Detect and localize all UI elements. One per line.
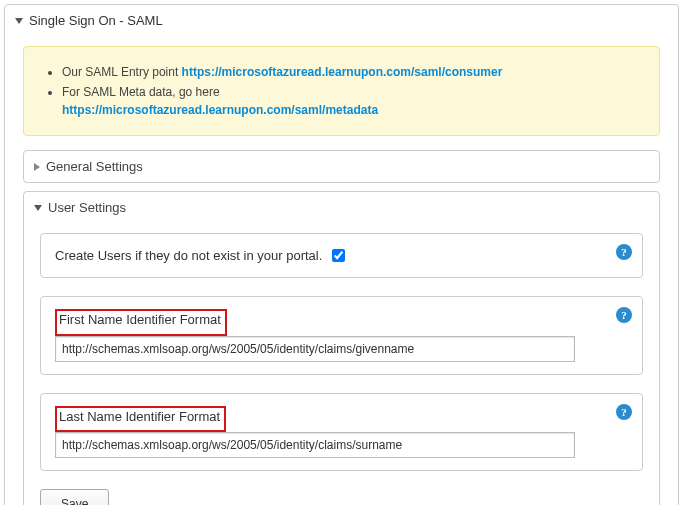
user-settings-panel: User Settings Create Users if they do no…	[23, 191, 660, 505]
help-icon[interactable]: ?	[616, 244, 632, 260]
user-settings-header[interactable]: User Settings	[24, 192, 659, 223]
saml-metadata-link[interactable]: https://microsoftazuread.learnupon.com/s…	[62, 103, 378, 117]
saml-entry-line: Our SAML Entry point https://microsoftaz…	[62, 63, 643, 81]
saml-consumer-link[interactable]: https://microsoftazuread.learnupon.com/s…	[182, 65, 503, 79]
sso-saml-panel: Single Sign On - SAML Our SAML Entry poi…	[4, 4, 679, 505]
general-settings-header[interactable]: General Settings	[24, 151, 659, 182]
last-name-input[interactable]	[55, 432, 575, 458]
user-settings-body: Create Users if they do not exist in you…	[24, 223, 659, 505]
save-button[interactable]: Save	[40, 489, 109, 505]
chevron-down-icon	[15, 18, 23, 24]
create-users-label: Create Users if they do not exist in you…	[55, 248, 322, 263]
create-users-row: Create Users if they do not exist in you…	[40, 233, 643, 278]
first-name-input[interactable]	[55, 336, 575, 362]
first-name-label: First Name Identifier Format	[59, 312, 221, 328]
user-settings-title: User Settings	[48, 200, 126, 215]
saml-meta-line: For SAML Meta data, go here https://micr…	[62, 83, 643, 119]
first-name-row: First Name Identifier Format ?	[40, 296, 643, 375]
chevron-down-icon	[34, 205, 42, 211]
chevron-right-icon	[34, 163, 40, 171]
saml-meta-prefix: For SAML Meta data, go here	[62, 85, 220, 99]
last-name-label-highlight: Last Name Identifier Format	[55, 406, 226, 433]
last-name-label: Last Name Identifier Format	[59, 409, 220, 425]
general-settings-title: General Settings	[46, 159, 143, 174]
sso-saml-title: Single Sign On - SAML	[29, 13, 163, 28]
saml-info-notice: Our SAML Entry point https://microsoftaz…	[23, 46, 660, 136]
saml-entry-prefix: Our SAML Entry point	[62, 65, 182, 79]
first-name-label-highlight: First Name Identifier Format	[55, 309, 227, 336]
sso-saml-header[interactable]: Single Sign On - SAML	[5, 5, 678, 36]
help-icon[interactable]: ?	[616, 307, 632, 323]
general-settings-panel: General Settings	[23, 150, 660, 183]
sso-saml-body: Our SAML Entry point https://microsoftaz…	[5, 36, 678, 505]
last-name-row: Last Name Identifier Format ?	[40, 393, 643, 472]
help-icon[interactable]: ?	[616, 404, 632, 420]
create-users-checkbox[interactable]	[332, 249, 345, 262]
